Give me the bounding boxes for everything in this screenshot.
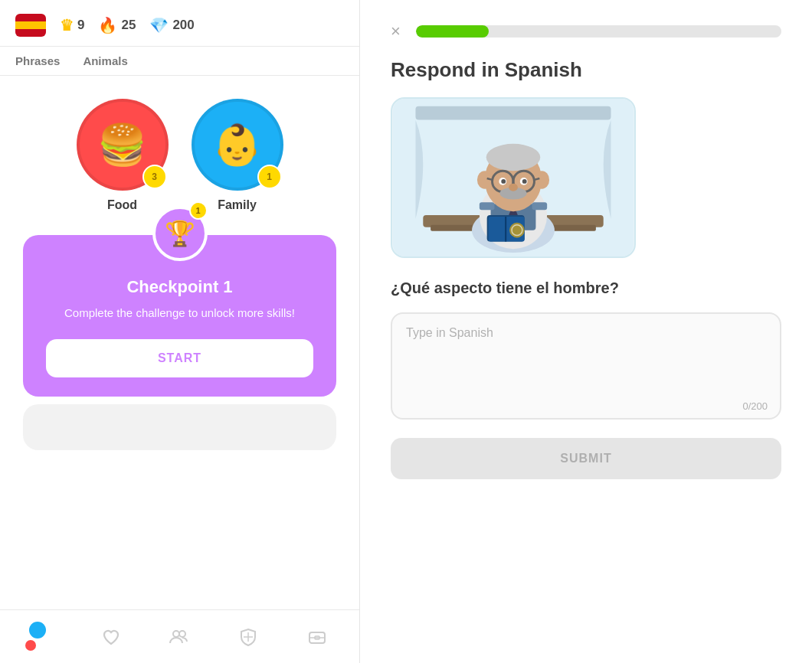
nav-chest-button[interactable] — [300, 620, 334, 654]
illustration-box — [391, 97, 636, 258]
answer-input[interactable] — [391, 312, 781, 420]
skill-food[interactable]: 🍔 3 Food — [77, 99, 169, 212]
question-text: ¿Qué aspecto tiene el hombre? — [391, 279, 781, 297]
tab-phrases[interactable]: Phrases — [15, 54, 60, 75]
progress-bar-fill — [416, 25, 489, 38]
fire-count: 25 — [121, 18, 136, 33]
char-count: 0/200 — [742, 400, 768, 412]
food-emoji: 🍔 — [97, 122, 147, 168]
crown-icon: ♛ — [60, 16, 74, 34]
left-panel: ♛ 9 🔥 25 💎 200 Phrases Animals 🍔 3 Food — [0, 0, 360, 663]
nav-hearts-button[interactable] — [94, 620, 128, 654]
skill-family[interactable]: 👶 1 Family — [192, 99, 283, 212]
tab-animals[interactable]: Animals — [83, 54, 127, 75]
svg-rect-7 — [415, 106, 611, 120]
svg-point-19 — [486, 144, 541, 171]
fire-icon: 🔥 — [98, 16, 117, 34]
svg-point-28 — [522, 179, 527, 184]
trophy-icon: 🏆 — [165, 219, 195, 248]
nav-shield-button[interactable] — [231, 620, 265, 654]
right-panel: × Respond in Spanish — [360, 0, 812, 663]
exercise-title: Respond in Spanish — [391, 58, 781, 82]
family-label: Family — [218, 198, 257, 212]
nav-profile-button[interactable] — [162, 620, 196, 654]
submit-button[interactable]: SUBMIT — [391, 438, 781, 479]
nav-home-button[interactable] — [25, 620, 59, 654]
checkpoint-title: Checkpoint 1 — [46, 277, 313, 297]
food-circle: 🍔 3 — [77, 99, 169, 191]
gem-icon: 💎 — [149, 16, 169, 34]
svg-point-30 — [509, 184, 518, 191]
food-label: Food — [107, 198, 137, 212]
checkpoint-number: 1 — [189, 201, 208, 220]
spanish-flag[interactable] — [15, 14, 46, 37]
food-badge: 3 — [142, 165, 167, 189]
svg-rect-13 — [480, 202, 495, 210]
crown-stat: ♛ 9 — [60, 16, 84, 34]
family-badge: 1 — [257, 165, 282, 189]
family-emoji: 👶 — [212, 122, 262, 168]
answer-textarea-wrap: 0/200 — [391, 312, 781, 423]
svg-point-1 — [179, 631, 185, 637]
progress-bar-track — [416, 25, 781, 38]
svg-point-27 — [501, 179, 506, 184]
gem-count: 200 — [172, 18, 194, 33]
top-bar: ♛ 9 🔥 25 💎 200 — [0, 0, 359, 47]
family-circle: 👶 1 — [192, 99, 283, 191]
svg-rect-14 — [532, 202, 548, 210]
checkpoint-icon-wrap: 🏆 1 — [152, 206, 208, 261]
bottom-nav — [0, 609, 359, 663]
fire-stat: 🔥 25 — [98, 16, 136, 34]
skills-grid: 🍔 3 Food 👶 1 Family — [0, 76, 359, 227]
gem-stat: 💎 200 — [149, 16, 194, 34]
close-button[interactable]: × — [391, 23, 401, 40]
svg-point-0 — [173, 631, 179, 637]
checkpoint-container: 🏆 1 Checkpoint 1 Complete the challenge … — [23, 235, 336, 397]
ghost-checkpoint — [23, 404, 336, 450]
start-button[interactable]: START — [46, 339, 313, 377]
exercise-header: × — [391, 23, 781, 40]
checkpoint-description: Complete the challenge to unlock more sk… — [46, 305, 313, 322]
nav-tabs: Phrases Animals — [0, 47, 359, 76]
crown-count: 9 — [77, 18, 84, 33]
